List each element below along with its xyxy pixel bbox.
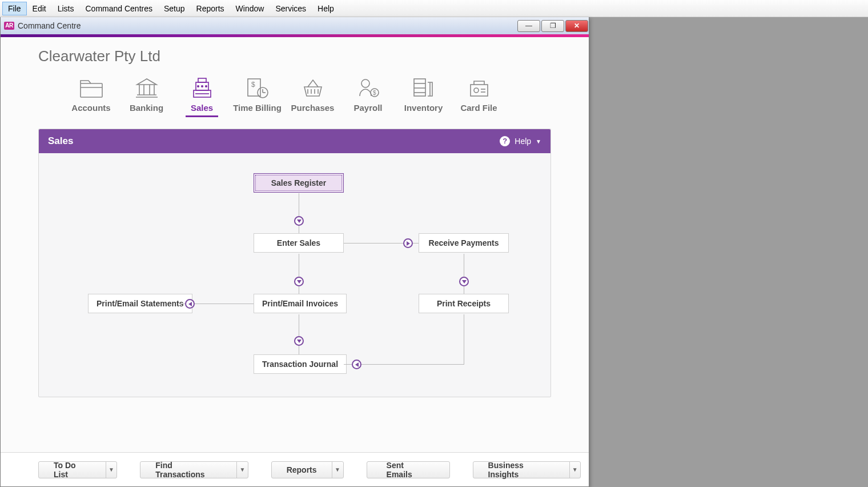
svg-text:$: $ xyxy=(251,81,255,89)
inventory-icon xyxy=(410,75,437,101)
svg-point-11 xyxy=(197,86,198,87)
payroll-icon: $ xyxy=(355,75,382,101)
module-label: Payroll xyxy=(353,103,382,113)
help-button[interactable]: ? Help ▼ xyxy=(500,136,541,146)
chevron-down-icon[interactable]: ▼ xyxy=(332,462,343,478)
chevron-down-icon[interactable]: ▼ xyxy=(569,462,580,478)
module-sales[interactable]: Sales xyxy=(174,75,230,113)
connector xyxy=(299,254,299,294)
menu-help[interactable]: Help xyxy=(312,2,340,15)
arrow-down-icon xyxy=(294,216,304,226)
menu-reports[interactable]: Reports xyxy=(191,2,230,15)
help-label: Help xyxy=(515,137,531,146)
menu-edit[interactable]: Edit xyxy=(27,2,52,15)
maximize-button[interactable]: ❐ xyxy=(541,20,564,32)
connector xyxy=(299,193,299,233)
menu-command-centres[interactable]: Command Centres xyxy=(79,2,158,15)
menu-file[interactable]: File xyxy=(2,2,27,15)
module-label: Sales xyxy=(191,103,213,113)
arrow-left-icon xyxy=(352,360,361,369)
chevron-down-icon[interactable]: ▼ xyxy=(106,462,116,478)
module-accounts[interactable]: Accounts xyxy=(63,75,119,113)
svg-rect-32 xyxy=(471,85,488,96)
chevron-down-icon: ▼ xyxy=(536,138,541,145)
panel-title: Sales xyxy=(48,135,73,147)
close-button[interactable]: ✕ xyxy=(565,20,588,32)
connector xyxy=(464,314,464,364)
module-time-billing[interactable]: $ Time Billing xyxy=(230,75,285,113)
arrow-down-icon xyxy=(459,277,469,286)
svg-rect-27 xyxy=(414,79,425,96)
module-label: Accounts xyxy=(71,103,110,113)
menu-services[interactable]: Services xyxy=(270,2,312,15)
module-inventory[interactable]: Inventory xyxy=(396,75,451,113)
window-title: Command Centre xyxy=(18,21,81,30)
svg-rect-10 xyxy=(198,78,206,82)
svg-point-13 xyxy=(205,86,206,87)
menu-setup[interactable]: Setup xyxy=(158,2,191,15)
bank-icon xyxy=(133,75,160,101)
arrow-down-icon xyxy=(294,336,304,346)
basket-icon xyxy=(299,75,327,101)
arrow-right-icon xyxy=(403,238,413,248)
arrow-left-icon xyxy=(185,299,195,309)
menu-lists[interactable]: Lists xyxy=(52,2,80,15)
enter-sales-button[interactable]: Enter Sales xyxy=(254,233,344,253)
print-email-invoices-button[interactable]: Print/Email Invoices xyxy=(254,294,347,313)
reports-button[interactable]: Reports▼ xyxy=(271,461,344,478)
business-insights-button[interactable]: Business Insights▼ xyxy=(473,461,581,478)
connector xyxy=(299,314,299,354)
sales-register-button[interactable]: Sales Register xyxy=(254,173,344,193)
print-email-statements-button[interactable]: Print/Email Statements xyxy=(88,294,192,313)
module-label: Time Billing xyxy=(233,103,282,113)
content-area: Clearwater Pty Ltd Accounts Banking Sale… xyxy=(1,37,589,452)
module-banking[interactable]: Banking xyxy=(119,75,174,113)
arrow-down-icon xyxy=(294,277,304,286)
module-label: Purchases xyxy=(291,103,335,113)
command-centre-window: AR Command Centre — ❐ ✕ Clearwater Pty L… xyxy=(0,17,589,487)
titlebar: AR Command Centre — ❐ ✕ xyxy=(1,17,589,34)
find-transactions-button[interactable]: Find Transactions▼ xyxy=(140,461,248,478)
module-label: Inventory xyxy=(404,103,443,113)
sent-emails-button[interactable]: Sent Emails xyxy=(367,461,450,478)
transaction-journal-button[interactable]: Transaction Journal xyxy=(254,354,347,374)
register-icon xyxy=(188,75,216,101)
panel-header: Sales ? Help ▼ xyxy=(39,129,550,153)
connector xyxy=(464,254,464,294)
minimize-button[interactable]: — xyxy=(517,20,540,32)
module-payroll[interactable]: $ Payroll xyxy=(340,75,396,113)
to-do-list-button[interactable]: To Do List▼ xyxy=(38,461,117,478)
card-file-icon xyxy=(465,75,493,101)
module-label: Card File xyxy=(460,103,497,113)
svg-rect-0 xyxy=(81,83,102,97)
bottom-toolbar: To Do List▼ Find Transactions▼ Reports▼ … xyxy=(1,452,589,486)
module-purchases[interactable]: Purchases xyxy=(285,75,340,113)
svg-point-24 xyxy=(361,79,369,87)
svg-point-12 xyxy=(201,86,202,87)
receive-payments-button[interactable]: Receive Payments xyxy=(419,233,509,253)
app-logo-icon: AR xyxy=(4,22,14,30)
folder-icon xyxy=(78,75,105,101)
module-label: Banking xyxy=(130,103,163,113)
company-name: Clearwater Pty Ltd xyxy=(1,44,589,75)
menubar: File Edit Lists Command Centres Setup Re… xyxy=(0,0,868,17)
flowchart: Sales Register Enter Sales Receive Payme… xyxy=(39,153,550,397)
svg-point-33 xyxy=(474,88,479,93)
chevron-down-icon[interactable]: ▼ xyxy=(236,462,247,478)
time-billing-icon: $ xyxy=(244,75,271,101)
help-icon: ? xyxy=(500,136,510,146)
print-receipts-button[interactable]: Print Receipts xyxy=(419,294,509,313)
connector xyxy=(344,364,464,365)
sales-panel: Sales ? Help ▼ Sales Register Enter Sale… xyxy=(38,129,551,397)
module-card-file[interactable]: Card File xyxy=(451,75,507,113)
module-nav: Accounts Banking Sales $ Time Billing Pu… xyxy=(1,75,589,113)
svg-text:$: $ xyxy=(373,90,376,96)
menu-window[interactable]: Window xyxy=(230,2,270,15)
